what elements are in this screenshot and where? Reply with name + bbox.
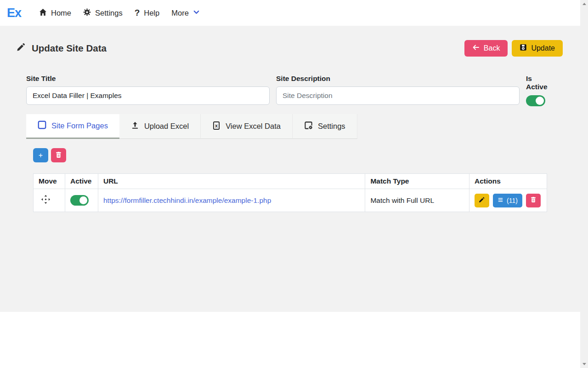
- move-handle[interactable]: [41, 195, 50, 204]
- plus-icon: +: [39, 151, 43, 160]
- scroll-down-arrow[interactable]: [580, 360, 588, 368]
- window-icon: [38, 121, 46, 131]
- column-header-active: Active: [65, 174, 98, 189]
- scroll-up-arrow[interactable]: [580, 0, 588, 8]
- tab-content: + Move Active: [33, 148, 547, 212]
- app-logo[interactable]: Ex: [7, 6, 21, 20]
- list-icon: [498, 197, 503, 204]
- delete-pages-button[interactable]: [51, 148, 66, 162]
- tab-upload-excel[interactable]: Upload Excel: [119, 114, 201, 139]
- tab-settings[interactable]: Settings: [293, 114, 357, 139]
- fields-list-button[interactable]: (11): [493, 194, 522, 207]
- toggle-knob: [536, 97, 544, 105]
- tab-view-excel-data[interactable]: x View Excel Data: [201, 114, 293, 139]
- site-description-input[interactable]: [276, 86, 520, 105]
- file-excel-icon: x: [212, 121, 220, 132]
- scrollbar[interactable]: [580, 0, 588, 368]
- tab-label: Site Form Pages: [51, 121, 108, 130]
- nav-item-label: Home: [51, 9, 71, 17]
- nav-item-help[interactable]: ? Help: [129, 5, 166, 21]
- page-url-link[interactable]: https://formfiller.ctechhindi.in/example…: [103, 196, 271, 204]
- site-title-label: Site Title: [26, 75, 270, 83]
- site-description-field-group: Site Description: [276, 75, 520, 106]
- column-header-move: Move: [34, 174, 65, 189]
- pages-toolbar: +: [33, 148, 547, 162]
- tab-label: Settings: [318, 122, 345, 131]
- is-active-label: Is Active: [526, 75, 554, 91]
- delete-page-button[interactable]: [526, 194, 541, 207]
- nav-item-label: More: [171, 9, 189, 17]
- content-section: Update Site Data Back: [0, 26, 580, 312]
- update-button-label: Update: [531, 44, 555, 52]
- page-header-row: Update Site Data Back: [17, 40, 563, 57]
- page-title-text: Update Site Data: [32, 43, 107, 54]
- site-title-field-group: Site Title: [26, 75, 270, 106]
- nav-item-more[interactable]: More: [165, 6, 206, 20]
- pencil-icon: [479, 197, 485, 204]
- home-icon: [39, 8, 47, 18]
- edit-page-button[interactable]: [475, 194, 489, 207]
- pencil-icon: [17, 43, 25, 54]
- svg-text:x: x: [215, 122, 218, 128]
- page: Ex Home: [0, 0, 580, 368]
- site-description-label: Site Description: [276, 75, 520, 83]
- table-header-row: Move Active URL Match Type Actions: [34, 174, 547, 189]
- triangle-down-icon: [582, 363, 586, 365]
- tab-label: View Excel Data: [226, 122, 281, 131]
- column-header-match-type: Match Type: [365, 174, 469, 189]
- back-button[interactable]: Back: [464, 40, 508, 57]
- row-active-toggle[interactable]: [70, 195, 89, 206]
- site-form: Site Title Site Description Is Active: [26, 75, 554, 106]
- header-buttons: Back Update: [464, 40, 563, 57]
- nav-item-label: Help: [144, 9, 159, 17]
- nav-item-label: Settings: [95, 9, 123, 17]
- is-active-toggle[interactable]: [526, 95, 545, 106]
- pages-table: Move Active URL Match Type Actions: [33, 173, 547, 212]
- is-active-field-group: Is Active: [526, 75, 554, 106]
- fields-count: (11): [507, 197, 518, 204]
- chevron-down-icon: [193, 9, 200, 17]
- triangle-up-icon: [582, 3, 586, 5]
- site-title-input[interactable]: [26, 86, 270, 105]
- column-header-actions: Actions: [469, 174, 547, 189]
- page-bottom-area: [0, 312, 580, 368]
- top-navbar: Ex Home: [0, 0, 580, 26]
- save-icon: [520, 44, 527, 53]
- app-window: Ex Home: [0, 0, 588, 368]
- column-header-url: URL: [98, 174, 365, 189]
- question-icon: ?: [135, 8, 140, 18]
- update-button[interactable]: Update: [512, 40, 563, 57]
- page-title: Update Site Data: [17, 43, 107, 54]
- arrow-left-icon: [472, 44, 480, 53]
- back-button-label: Back: [484, 44, 500, 52]
- tab-bar: Site Form Pages Upload Excel x View Exce…: [26, 114, 580, 139]
- trash-icon: [531, 197, 536, 204]
- row-actions: (11): [475, 194, 542, 207]
- tab-site-form-pages[interactable]: Site Form Pages: [26, 114, 119, 139]
- gear-icon: [83, 8, 91, 18]
- table-row: https://formfiller.ctechhindi.in/example…: [34, 189, 547, 212]
- upload-icon: [131, 121, 139, 132]
- tab-label: Upload Excel: [144, 122, 189, 131]
- toggle-knob: [79, 196, 87, 204]
- nav-item-settings[interactable]: Settings: [77, 6, 129, 21]
- window-gear-icon: [304, 121, 313, 132]
- trash-icon: [56, 152, 62, 159]
- nav-item-home[interactable]: Home: [33, 6, 77, 21]
- add-page-button[interactable]: +: [33, 148, 48, 162]
- match-type-value: Match with Full URL: [370, 196, 434, 204]
